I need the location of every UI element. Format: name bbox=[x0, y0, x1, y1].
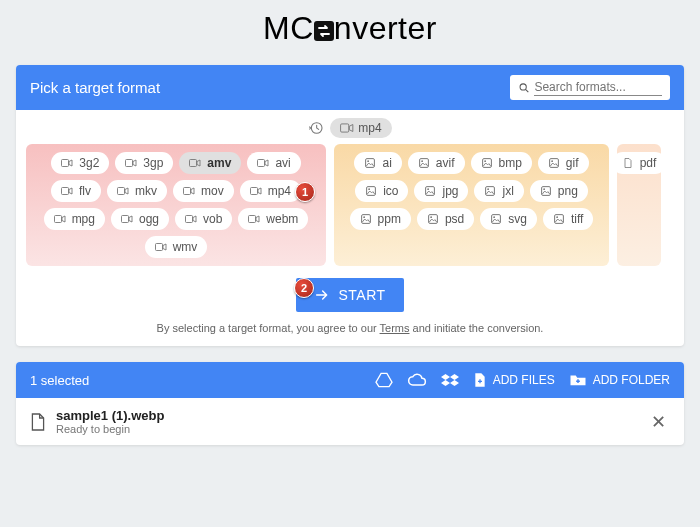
gdrive-icon bbox=[375, 372, 393, 388]
svg-rect-7 bbox=[190, 159, 197, 166]
svg-rect-8 bbox=[258, 159, 265, 166]
recent-chip[interactable]: mp4 bbox=[330, 118, 391, 138]
gdrive-button[interactable] bbox=[375, 372, 393, 388]
format-chip-avif[interactable]: avif bbox=[408, 152, 465, 174]
format-chip-tiff[interactable]: tiff bbox=[543, 208, 593, 230]
format-chip-amv[interactable]: amv bbox=[179, 152, 241, 174]
svg-rect-28 bbox=[426, 186, 435, 195]
format-chip-mov[interactable]: mov bbox=[173, 180, 234, 202]
search-icon bbox=[518, 81, 530, 95]
format-chip-gif[interactable]: gif bbox=[538, 152, 589, 174]
video-icon bbox=[61, 158, 75, 169]
svg-rect-32 bbox=[541, 186, 550, 195]
svg-rect-40 bbox=[555, 214, 564, 223]
swap-icon bbox=[312, 19, 336, 43]
svg-rect-18 bbox=[366, 158, 375, 167]
video-icon bbox=[340, 123, 354, 133]
search-input[interactable] bbox=[534, 79, 662, 96]
svg-point-39 bbox=[494, 216, 496, 218]
history-icon bbox=[308, 120, 324, 136]
remove-file-button[interactable]: ✕ bbox=[647, 411, 670, 433]
format-chip-ogg[interactable]: ogg bbox=[111, 208, 169, 230]
format-chip-vob[interactable]: vob bbox=[175, 208, 232, 230]
svg-point-31 bbox=[488, 188, 490, 190]
format-chip-webm[interactable]: webm bbox=[238, 208, 308, 230]
image-icon bbox=[548, 158, 562, 169]
video-icon bbox=[61, 186, 75, 197]
svg-rect-20 bbox=[419, 158, 428, 167]
file-icon bbox=[30, 412, 46, 432]
cloud-button[interactable] bbox=[407, 373, 427, 387]
video-icon bbox=[189, 158, 203, 169]
svg-rect-5 bbox=[62, 159, 69, 166]
svg-rect-34 bbox=[361, 214, 370, 223]
files-header: 1 selected ADD FILES ADD FOLDER bbox=[16, 362, 684, 398]
svg-rect-26 bbox=[367, 186, 376, 195]
svg-rect-13 bbox=[54, 215, 61, 222]
svg-point-27 bbox=[368, 188, 370, 190]
svg-point-29 bbox=[428, 188, 430, 190]
video-icon bbox=[185, 214, 199, 225]
svg-point-21 bbox=[421, 160, 423, 162]
svg-rect-22 bbox=[482, 158, 491, 167]
file-name: sample1 (1).webp bbox=[56, 408, 164, 423]
add-folder-button[interactable]: ADD FOLDER bbox=[569, 373, 670, 387]
svg-rect-9 bbox=[61, 187, 68, 194]
format-chip-png[interactable]: png bbox=[530, 180, 588, 202]
card-title: Pick a target format bbox=[30, 79, 160, 96]
svg-rect-38 bbox=[492, 214, 501, 223]
file-status: Ready to begin bbox=[56, 423, 164, 435]
svg-rect-11 bbox=[183, 187, 190, 194]
format-chip-flv[interactable]: flv bbox=[51, 180, 101, 202]
svg-point-33 bbox=[543, 188, 545, 190]
svg-point-19 bbox=[368, 160, 370, 162]
format-chip-ppm[interactable]: ppm bbox=[350, 208, 411, 230]
format-chip-3g2[interactable]: 3g2 bbox=[51, 152, 109, 174]
dropbox-icon bbox=[441, 372, 459, 388]
add-files-button[interactable]: ADD FILES bbox=[473, 372, 555, 388]
format-chip-ai[interactable]: ai bbox=[354, 152, 401, 174]
svg-point-37 bbox=[430, 216, 432, 218]
format-chip-ico[interactable]: ico bbox=[355, 180, 408, 202]
format-chip-psd[interactable]: psd bbox=[417, 208, 474, 230]
format-chip-wmv[interactable]: wmv bbox=[145, 236, 208, 258]
image-icon bbox=[364, 158, 378, 169]
format-chip-svg[interactable]: svg bbox=[480, 208, 537, 230]
recent-row: mp4 bbox=[16, 110, 684, 144]
format-card: Pick a target format mp4 3g23gpamvaviflv… bbox=[16, 65, 684, 346]
format-chip-pdf[interactable]: pdf bbox=[612, 152, 667, 174]
format-chip-avi[interactable]: avi bbox=[247, 152, 300, 174]
video-icon bbox=[183, 186, 197, 197]
doc-icon bbox=[622, 158, 636, 169]
image-icon bbox=[540, 186, 554, 197]
folder-plus-icon bbox=[569, 373, 587, 387]
video-icon bbox=[257, 158, 271, 169]
svg-rect-24 bbox=[549, 158, 558, 167]
video-icon bbox=[250, 186, 264, 197]
search-input-wrap[interactable] bbox=[510, 75, 670, 100]
dropbox-button[interactable] bbox=[441, 372, 459, 388]
video-icon bbox=[54, 214, 68, 225]
format-chip-mp4[interactable]: mp4 bbox=[240, 180, 301, 202]
format-chip-bmp[interactable]: bmp bbox=[471, 152, 532, 174]
svg-rect-12 bbox=[250, 187, 257, 194]
image-icon bbox=[481, 158, 495, 169]
svg-rect-36 bbox=[429, 214, 438, 223]
video-icon bbox=[125, 158, 139, 169]
video-icon bbox=[121, 214, 135, 225]
selected-count: 1 selected bbox=[30, 373, 89, 388]
format-chip-mpg[interactable]: mpg bbox=[44, 208, 105, 230]
format-chip-3gp[interactable]: 3gp bbox=[115, 152, 173, 174]
svg-point-35 bbox=[363, 216, 365, 218]
format-chip-jxl[interactable]: jxl bbox=[474, 180, 523, 202]
app-logo: MCnverter bbox=[0, 0, 700, 65]
video-icon bbox=[117, 186, 131, 197]
format-chip-jpg[interactable]: jpg bbox=[414, 180, 468, 202]
terms-link[interactable]: Terms bbox=[380, 322, 410, 334]
format-groups: 3g23gpamvaviflvmkvmovmp4mpgoggvobwebmwmv… bbox=[16, 144, 684, 272]
video-icon bbox=[155, 242, 169, 253]
video-icon bbox=[248, 214, 262, 225]
svg-rect-15 bbox=[186, 215, 193, 222]
format-chip-mkv[interactable]: mkv bbox=[107, 180, 167, 202]
arrow-right-icon bbox=[314, 287, 330, 303]
